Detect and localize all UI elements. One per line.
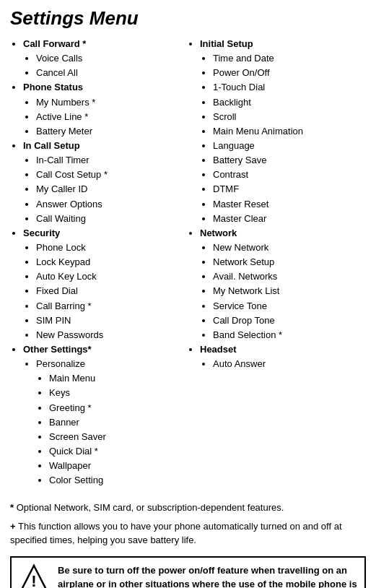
list-item: Active Line * [36,110,187,124]
footnote: * Optional Network, SIM card, or subscri… [10,501,366,515]
list-item: Keys [49,386,187,400]
section-item: In Call SetupIn-Call TimerCall Cost Setu… [23,139,187,226]
list-item: Color Setting [49,473,187,488]
list-item: New Passwords [36,328,187,342]
list-item: Scroll [213,110,366,124]
list-item: 1-Touch Dial [213,80,366,95]
list-item: Phone Lock [36,241,187,255]
section-title: Other Settings* [23,344,92,355]
list-item: Quick Dial * [49,444,187,459]
list-item: SIM PIN [36,314,187,328]
list-item: Power On/Off [213,66,366,80]
right-column: Initial SetupTime and DatePower On/Off1-… [187,37,366,371]
list-item: Service Tone [213,299,366,314]
list-item: Greeting * [49,401,187,415]
list-item: Language [213,139,366,153]
section-title: In Call Setup [23,140,80,151]
list-item: Answer Options [36,197,187,212]
svg-text:!: ! [31,572,36,588]
list-item: Call Drop Tone [213,314,366,328]
list-item: My Caller ID [36,182,187,196]
section-item: HeadsetAuto Answer [200,342,366,371]
list-item: My Numbers * [36,95,187,110]
list-item: Voice Calls [36,51,187,66]
list-item: Battery Meter [36,124,187,139]
list-item: Auto Key Lock [36,269,187,284]
list-item: Call Barring * [36,299,187,314]
warning-text: Be sure to turn off the power on/off fea… [58,563,357,588]
section-item: Phone StatusMy Numbers *Active Line *Bat… [23,80,187,139]
page-title: Settings Menu [10,7,366,30]
section-title: Network [200,228,237,238]
section-title: Phone Status [23,82,83,92]
main-content: Call Forward *Voice CallsCancel AllPhone… [10,37,366,488]
list-item: Fixed Dial [36,284,187,298]
list-item: Avail. Networks [213,269,366,284]
list-item: DTMF [213,182,366,196]
list-item: Cancel All [36,66,187,80]
list-item: Lock Keypad [36,255,187,269]
section-title: Security [23,228,60,238]
section-title: Headset [200,344,237,355]
list-item: Auto Answer [213,357,366,371]
section-item: Call Forward *Voice CallsCancel All [23,37,187,80]
list-item: Main Menu [49,371,187,386]
list-item: Call Waiting [36,212,187,226]
list-item: In-Call Timer [36,153,187,168]
list-item: Main Menu Animation [213,124,366,139]
list-item: Banner [49,415,187,430]
section-item: Initial SetupTime and DatePower On/Off1-… [200,37,366,226]
list-item: Call Cost Setup * [36,168,187,182]
list-item: Backlight [213,95,366,110]
section-title: Initial Setup [200,38,253,49]
page-wrapper: Settings Menu Call Forward *Voice CallsC… [10,7,366,588]
list-item: Screen Saver [49,430,187,444]
section-item: NetworkNew NetworkNetwork SetupAvail. Ne… [200,226,366,342]
list-item: Network Setup [213,255,366,269]
footnote-area: * Optional Network, SIM card, or subscri… [10,501,366,548]
section-item: SecurityPhone LockLock KeypadAuto Key Lo… [23,226,187,342]
section-item: Other Settings*PersonalizeMain MenuKeysG… [23,342,187,488]
list-item: My Network List [213,284,366,298]
list-item: Master Reset [213,197,366,212]
left-column: Call Forward *Voice CallsCancel AllPhone… [10,37,187,488]
footnote: + This function allows you to have your … [10,519,366,548]
warning-box: ! Be sure to turn off the power on/off f… [10,556,366,588]
list-item: Band Selection * [213,328,366,342]
warning-icon: ! [19,563,49,588]
section-title: Call Forward * [23,38,86,49]
list-item: New Network [213,241,366,255]
list-item: Wallpaper [49,459,187,473]
list-item: Contrast [213,168,366,182]
list-item: Battery Save [213,153,366,168]
list-item: Master Clear [213,212,366,226]
list-item: Time and Date [213,51,366,66]
list-item: PersonalizeMain MenuKeysGreeting *Banner… [36,357,187,488]
